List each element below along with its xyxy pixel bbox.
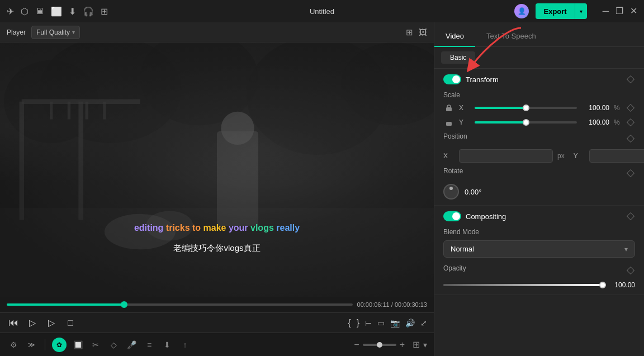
audio-button[interactable]: 🔊 xyxy=(405,319,415,327)
window-title: Untitled xyxy=(310,7,334,16)
pos-x-input[interactable]: 0.00 xyxy=(459,149,553,163)
play-button[interactable]: ▷ xyxy=(45,316,58,330)
tool-zoom[interactable]: 🔲 xyxy=(71,338,84,352)
pos-y-input[interactable]: 0.00 xyxy=(589,149,644,163)
sub-tabs: Basic xyxy=(434,47,644,69)
scale-x-indicator xyxy=(446,105,452,111)
tool-shield[interactable]: ◇ xyxy=(107,338,120,352)
fullscreen-button[interactable]: ⤢ xyxy=(420,319,427,327)
export-button[interactable]: Export xyxy=(536,3,574,19)
more-button[interactable]: ▾ xyxy=(423,340,427,349)
progress-thumb[interactable] xyxy=(121,301,127,308)
export-dropdown-button[interactable]: ▾ xyxy=(575,3,587,19)
grid-icon[interactable]: ⊞ xyxy=(101,6,108,17)
scale-x-value[interactable]: 100.00 xyxy=(581,104,609,112)
scale-y-keyframe[interactable] xyxy=(626,118,635,127)
rotate-keyframe[interactable] xyxy=(626,169,635,178)
diamond-icon xyxy=(627,104,634,112)
send-icon[interactable]: ✈ xyxy=(7,6,14,17)
player-panel: Player Full Quality ▾ ⊞ 🖼 xyxy=(0,22,434,356)
progress-fill xyxy=(7,303,124,306)
grid-menu-button[interactable]: ⊞ xyxy=(413,339,420,350)
blend-mode-select[interactable]: Normal ▾ xyxy=(443,240,635,258)
tool-text[interactable]: ≡ xyxy=(143,338,156,352)
transform-toggle[interactable] xyxy=(443,74,461,84)
tool-download[interactable]: ⬇ xyxy=(160,338,174,352)
scale-y-thumb[interactable] xyxy=(523,119,529,126)
scale-x-unit: % xyxy=(614,104,622,112)
opacity-keyframe[interactable] xyxy=(626,266,635,275)
svg-rect-18 xyxy=(446,107,452,111)
grid-view-icon[interactable]: ⊞ xyxy=(406,27,413,37)
rewind-button[interactable]: ⏮ xyxy=(7,316,20,330)
progress-bar[interactable] xyxy=(7,303,353,306)
zoom-plus[interactable]: + xyxy=(400,340,405,350)
transform-title: Transform xyxy=(466,75,499,84)
scale-y-fill xyxy=(475,121,526,124)
rotate-dot xyxy=(449,187,453,190)
zoom-slider[interactable] xyxy=(363,344,396,346)
download-icon[interactable]: ⬇ xyxy=(69,6,76,17)
player-toolbar: Player Full Quality ▾ ⊞ 🖼 xyxy=(0,22,434,42)
sub-tab-basic[interactable]: Basic xyxy=(441,51,475,64)
diamond-icon xyxy=(627,135,634,143)
monitor-icon[interactable]: 🖥 xyxy=(35,6,44,16)
stop-button[interactable]: □ xyxy=(64,316,77,330)
opacity-label: Opacity xyxy=(443,264,466,272)
badge-icon[interactable]: ⬡ xyxy=(21,6,29,17)
frame-back-button[interactable]: ▷ xyxy=(26,316,39,330)
tl-separator-1 xyxy=(45,339,45,350)
quality-select[interactable]: Full Quality ▾ xyxy=(31,26,80,39)
time-display: 00:00:06:11 / 00:00:30:13 xyxy=(357,301,427,308)
transform-keyframe[interactable] xyxy=(626,75,635,84)
camera-button[interactable]: 📷 xyxy=(390,319,400,327)
scale-y-slider[interactable] xyxy=(475,121,577,124)
transform-header: Transform xyxy=(443,74,635,84)
out-point-button[interactable]: } xyxy=(357,318,359,328)
compositing-toggle[interactable] xyxy=(443,211,461,221)
in-point-button[interactable]: { xyxy=(348,318,351,328)
title-bar: ✈ ⬡ 🖥 ⬜ ⬇ 🎧 ⊞ Untitled 👤 Export ▾ ─ ❐ ✕ xyxy=(0,0,644,22)
diamond-icon xyxy=(627,212,634,220)
scale-x-row: X 100.00 % xyxy=(443,103,635,112)
blend-mode-value: Normal xyxy=(451,245,474,253)
opacity-value[interactable]: 100.00 xyxy=(607,281,635,289)
pos-x-unit: px xyxy=(557,152,565,160)
tab-video[interactable]: Video xyxy=(434,26,475,47)
tool-active[interactable]: ✿ xyxy=(52,338,67,352)
scale-x-thumb[interactable] xyxy=(523,105,529,111)
blend-mode-chevron: ▾ xyxy=(624,245,628,253)
rotate-label: Rotate xyxy=(443,167,463,175)
tool-more[interactable]: ≫ xyxy=(25,338,38,352)
avatar[interactable]: 👤 xyxy=(514,4,529,18)
right-panel: Video Text To Speech Basic Transform xyxy=(434,22,644,356)
opacity-thumb[interactable] xyxy=(599,282,606,288)
rotate-wheel[interactable] xyxy=(443,184,459,200)
tool-arrow-up[interactable]: ↑ xyxy=(178,338,192,352)
tool-mic[interactable]: 🎤 xyxy=(125,338,138,352)
maximize-button[interactable]: ❐ xyxy=(615,7,623,16)
minimize-button[interactable]: ─ xyxy=(603,7,609,16)
bookmark-icon[interactable]: ⬜ xyxy=(51,6,62,17)
image-icon[interactable]: 🖼 xyxy=(419,27,427,37)
compositing-keyframe[interactable] xyxy=(626,212,635,221)
zoom-minus[interactable]: − xyxy=(354,340,359,350)
scale-x-keyframe[interactable] xyxy=(626,103,635,112)
position-keyframe[interactable] xyxy=(626,134,635,143)
lock-icon-container xyxy=(443,105,454,111)
compositing-section: Compositing Blend Mode Normal ▾ xyxy=(434,206,644,295)
tab-tts[interactable]: Text To Speech xyxy=(475,26,547,47)
split-button[interactable]: ⊢ xyxy=(365,319,372,327)
close-button[interactable]: ✕ xyxy=(630,7,637,16)
pos-x-label: X xyxy=(443,152,454,160)
tool-crop[interactable]: ✂ xyxy=(89,338,102,352)
headphone-icon[interactable]: 🎧 xyxy=(83,6,94,17)
scale-x-slider[interactable] xyxy=(475,107,577,109)
scale-y-value[interactable]: 100.00 xyxy=(581,118,609,126)
tool-settings[interactable]: ⚙ xyxy=(7,338,20,352)
opacity-slider[interactable] xyxy=(443,284,603,286)
rotate-value[interactable]: 0.00° xyxy=(465,188,482,196)
screen-button[interactable]: ▭ xyxy=(377,319,385,327)
subtitle-english: editing tricks to make your vlogs really xyxy=(134,223,300,233)
properties-panel: Transform Scale xyxy=(434,69,644,356)
